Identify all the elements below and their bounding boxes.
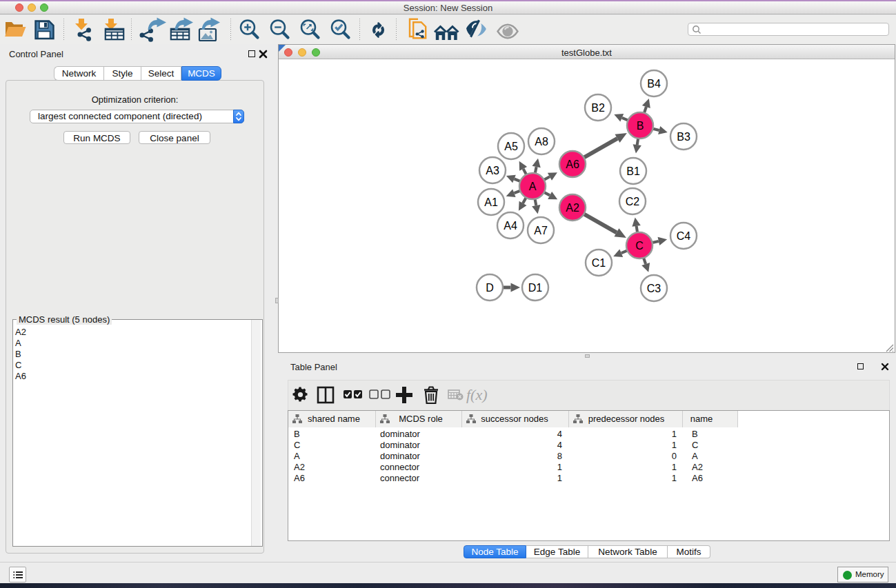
svg-text:A2: A2 [566,202,579,214]
svg-text:B1: B1 [626,165,640,177]
svg-text:C1: C1 [592,257,606,269]
svg-text:name: name [690,414,713,424]
svg-text:D1: D1 [528,282,543,294]
svg-text:C2: C2 [626,196,640,207]
svg-text:A8: A8 [535,136,548,148]
svg-text:A1: A1 [484,196,498,208]
svg-text:B2: B2 [591,102,605,114]
svg-text:C3: C3 [647,283,661,294]
svg-text:D: D [486,282,494,294]
svg-text:B3: B3 [677,131,690,143]
svg-text:f(x): f(x) [466,386,488,403]
svg-text:B4: B4 [647,78,661,90]
svg-text:predecessor nodes: predecessor nodes [588,414,665,424]
svg-text:A5: A5 [504,141,518,152]
svg-text:A3: A3 [486,165,499,176]
svg-text:C4: C4 [677,230,691,242]
svg-text:A7: A7 [534,225,548,236]
svg-text:A6: A6 [566,159,579,170]
svg-text:A: A [529,181,537,192]
svg-text:C: C [635,240,644,252]
svg-text:B: B [637,120,644,132]
svg-text:successor nodes: successor nodes [481,414,548,424]
svg-text:MCDS role: MCDS role [399,414,443,424]
svg-text:shared name: shared name [308,414,360,424]
svg-text:A4: A4 [504,220,517,232]
